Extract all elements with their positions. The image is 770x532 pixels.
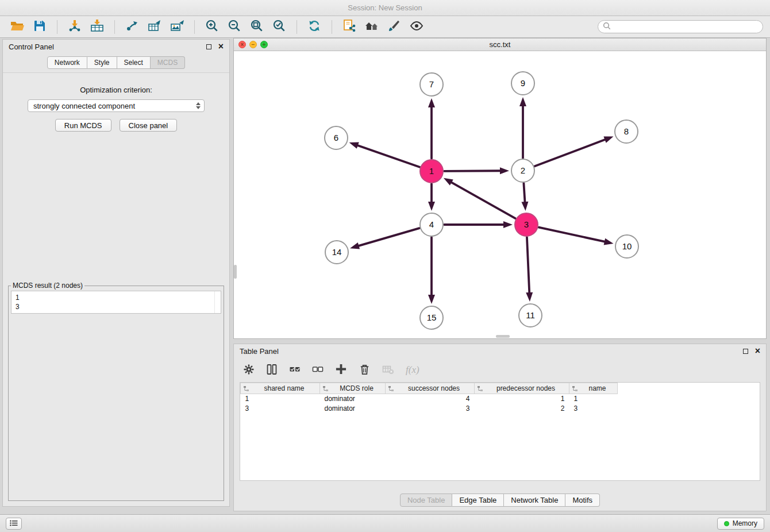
tab-network[interactable]: Network — [47, 56, 87, 69]
unchecked-boxes-icon — [312, 364, 324, 377]
table-row[interactable]: 3 dominator 3 2 3 — [241, 404, 618, 414]
column-header-predecessor-nodes[interactable]: predecessor nodes — [475, 383, 569, 394]
horizontal-scrollbar[interactable] — [496, 335, 510, 338]
home-button[interactable] — [361, 18, 382, 36]
edge-arrowhead — [350, 242, 360, 249]
table-settings-button[interactable] — [243, 364, 255, 377]
graph-node-1[interactable]: 1 — [420, 160, 443, 183]
zoom-selected-icon — [272, 19, 286, 34]
column-header-shared-name[interactable]: shared name — [241, 383, 320, 394]
float-table-panel-icon[interactable] — [743, 349, 748, 354]
list-icon — [10, 519, 18, 528]
table-row[interactable]: 1 dominator 4 1 1 — [241, 394, 618, 404]
edge-arrowhead — [603, 136, 613, 142]
zoom-in-button[interactable] — [202, 18, 222, 36]
export-table-button[interactable] — [144, 18, 165, 36]
network-document-icon — [342, 19, 357, 34]
graph-node-2[interactable]: 2 — [511, 159, 534, 182]
save-icon — [33, 19, 47, 34]
mcds-result-title: MCDS result (2 nodes) — [11, 282, 84, 290]
graph-node-8[interactable]: 8 — [615, 120, 638, 143]
tab-style[interactable]: Style — [87, 56, 117, 69]
export-network-button[interactable] — [122, 18, 143, 36]
node-label: 1 — [429, 166, 434, 176]
select-all-button[interactable] — [289, 364, 301, 377]
refresh-layout-button[interactable] — [304, 18, 325, 36]
delete-column-button[interactable] — [359, 363, 371, 377]
graph-edge[interactable] — [357, 228, 419, 246]
add-column-button[interactable] — [335, 363, 347, 377]
graph-node-7[interactable]: 7 — [420, 73, 443, 96]
import-table-button[interactable] — [87, 18, 107, 36]
toolbar-separator — [57, 20, 57, 34]
network-graph[interactable]: 1234678910111415 — [234, 51, 766, 338]
zoom-selected-button[interactable] — [269, 18, 290, 36]
graph-node-6[interactable]: 6 — [325, 126, 348, 149]
style-brush-button[interactable] — [384, 18, 405, 36]
edge-arrowhead — [503, 221, 513, 228]
tab-select[interactable]: Select — [117, 56, 151, 69]
close-window-button[interactable]: × — [238, 41, 246, 48]
search-icon — [603, 22, 611, 32]
memory-button[interactable]: Memory — [717, 518, 764, 530]
close-table-panel-icon[interactable]: × — [755, 347, 760, 355]
save-session-button[interactable] — [29, 18, 50, 36]
export-image-button[interactable] — [167, 18, 187, 36]
graph-node-10[interactable]: 10 — [615, 235, 638, 258]
open-file-button[interactable] — [7, 18, 28, 36]
dropdown-stepper-icon — [196, 100, 201, 111]
graph-edge[interactable] — [356, 145, 419, 167]
control-panel-header: Control Panel × — [3, 40, 229, 53]
graph-edge[interactable] — [450, 182, 515, 218]
table-panel-header: Table Panel × — [234, 344, 766, 358]
node-label: 2 — [521, 165, 525, 175]
column-header-name[interactable]: name — [569, 383, 618, 394]
criterion-dropdown[interactable]: strongly connected component — [28, 99, 205, 112]
maximize-window-button[interactable]: + — [260, 41, 268, 48]
column-header-successor-nodes[interactable]: successor nodes — [386, 383, 475, 394]
vertical-scrollbar[interactable] — [234, 265, 237, 279]
node-label: 3 — [524, 219, 529, 229]
graph-edge[interactable] — [527, 237, 529, 294]
task-history-button[interactable] — [6, 518, 22, 530]
graph-node-9[interactable]: 9 — [511, 72, 534, 95]
network-document-button[interactable] — [339, 18, 360, 36]
edge-arrowhead — [519, 97, 526, 106]
column-chooser-button[interactable] — [266, 364, 278, 377]
network-canvas[interactable]: 1234678910111415 — [234, 51, 766, 338]
tab-motifs[interactable]: Motifs — [565, 494, 600, 507]
show-graphics-details-button[interactable] — [406, 18, 427, 36]
mcds-result-box[interactable]: 1 3 — [11, 291, 221, 314]
clear-selection-button[interactable] — [312, 364, 324, 377]
table-cell: 1 — [241, 394, 320, 404]
zoom-out-button[interactable] — [224, 18, 245, 36]
close-panel-icon[interactable]: × — [218, 43, 224, 51]
tab-network-table[interactable]: Network Table — [504, 494, 565, 507]
main-area: Control Panel × Network Style Select MCD… — [0, 38, 770, 514]
tab-node-table[interactable]: Node Table — [400, 494, 453, 507]
graph-edge[interactable] — [523, 183, 525, 203]
search-input[interactable] — [614, 22, 758, 32]
graph-edge[interactable] — [444, 171, 502, 171]
column-type-icon — [388, 385, 394, 394]
graph-node-11[interactable]: 11 — [519, 304, 542, 327]
column-header-mcds-role[interactable]: MCDS role — [320, 383, 386, 394]
run-mcds-button[interactable]: Run MCDS — [55, 119, 111, 132]
mcds-panel-body: Optimization criterion: strongly connect… — [3, 72, 229, 506]
node-table: shared name MCDS role successor nodes pr… — [240, 382, 760, 481]
graph-node-3[interactable]: 3 — [515, 213, 538, 236]
graph-node-4[interactable]: 4 — [420, 213, 443, 236]
close-panel-button[interactable]: Close panel — [120, 119, 178, 132]
import-network-button[interactable] — [64, 18, 85, 36]
graph-node-14[interactable]: 14 — [325, 241, 348, 264]
float-panel-icon[interactable] — [206, 44, 211, 49]
fx-icon: f(x) — [406, 364, 419, 376]
graph-edge[interactable] — [535, 139, 607, 166]
graph-edge[interactable] — [538, 228, 606, 242]
edge-arrowhead — [349, 142, 359, 149]
tab-edge-table[interactable]: Edge Table — [452, 494, 504, 507]
minimize-window-button[interactable]: − — [249, 41, 257, 48]
tab-mcds[interactable]: MCDS — [151, 56, 185, 69]
zoom-fit-button[interactable] — [247, 18, 267, 36]
graph-node-15[interactable]: 15 — [420, 306, 443, 329]
